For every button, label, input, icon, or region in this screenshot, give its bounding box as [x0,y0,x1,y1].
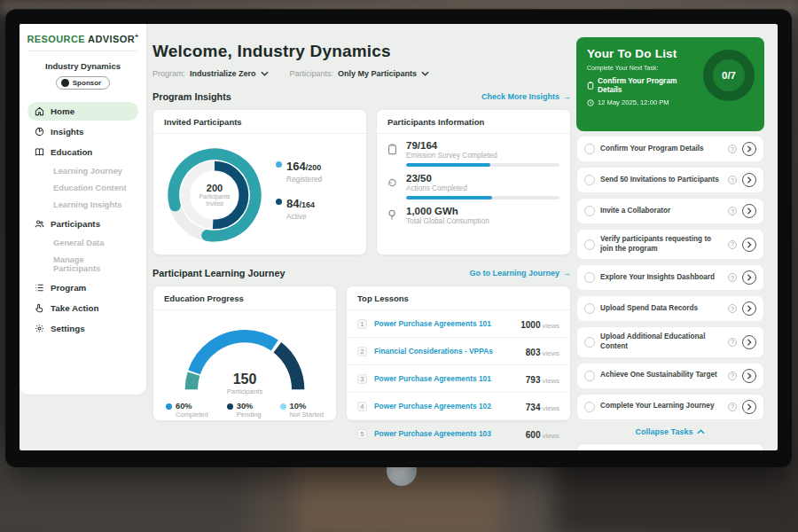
views-label: views [543,349,560,357]
info-icon[interactable]: ? [728,145,737,153]
lesson-views: 600 [526,430,541,440]
recent-news-card: Recent News [576,443,764,450]
task-row[interactable]: Complete Your Learning Journey ? [576,394,764,420]
sponsor-label: Sponsor [73,79,101,87]
sidebar-item-program[interactable]: Program [27,278,138,297]
task-checkbox[interactable] [584,402,595,412]
registered-dot-icon [276,161,282,168]
sidebar-item-learning-insights[interactable]: Learning Insights [27,197,138,213]
sidebar-item-participants[interactable]: Participants [27,215,138,233]
pending-dot-icon [227,403,233,410]
sidebar-item-insights[interactable]: Insights [27,122,138,141]
info-icon[interactable]: ? [728,338,737,347]
section-title-program-insights: Program Insights [153,91,231,102]
org-name: Industry Dynamics [20,61,146,71]
task-go-button[interactable] [742,204,756,218]
task-go-button[interactable] [742,301,756,316]
task-checkbox[interactable] [584,239,595,250]
link-label: Go to Learning Journey [469,269,559,278]
lesson-link[interactable]: Power Purchase Agreements 101 [374,374,519,383]
todo-title: Your To Do List [587,47,703,60]
education-legend: 60% Completed 30% Pending 10% Not Starte… [153,395,336,419]
task-row[interactable]: Verify participants requesting to join t… [576,229,764,260]
todo-next-task[interactable]: Confirm Your Program Details [587,76,703,94]
task-row[interactable]: Send 50 Invitations to Participants ? [576,167,764,193]
lesson-views: 1000 [520,320,540,330]
sidebar-item-general-data[interactable]: General Data [27,235,138,251]
task-label: Upload Additional Educational Content [600,332,723,351]
task-checkbox[interactable] [584,175,595,185]
info-icon[interactable]: ? [728,240,737,249]
clipboard-icon [587,82,594,90]
participants-information-card: Participants Information 79/164 Emission… [376,109,571,255]
task-go-button[interactable] [742,335,756,349]
info-row-survey: 79/164 Emission Survey Completed [387,140,559,167]
lesson-row: 5 Power Purchase Agreements 103 600views [347,420,570,447]
participants-filter[interactable]: Participants: Only My Participants [290,69,430,78]
views-label: views [543,432,560,440]
section-title-learning-journey: Participant Learning Journey [153,268,285,278]
active-value: 84 [286,197,299,210]
go-to-learning-journey-link[interactable]: Go to Learning Journey → [469,269,571,278]
info-icon[interactable]: ? [728,372,737,380]
sidebar-item-education-content[interactable]: Education Content [27,180,138,196]
completed-pct: 60% [176,402,208,411]
chevron-right-icon [747,207,752,215]
task-checkbox[interactable] [584,144,595,154]
lesson-link[interactable]: Financial Considerations - VPPAs [374,347,519,356]
task-checkbox[interactable] [584,337,595,348]
participants-filter-value: Only My Participants [338,69,417,78]
info-icon[interactable]: ? [728,176,737,184]
sidebar-item-take-action[interactable]: Take Action [27,299,138,317]
actions-icon [387,173,399,200]
todo-next-task-label: Confirm Your Program Details [598,76,703,94]
todo-counter: 0/7 [722,70,736,81]
insights-cards-row: Invited Participants 200 Participants I [153,109,571,255]
task-go-button[interactable] [742,238,756,252]
sidebar-item-education[interactable]: Education [27,143,138,161]
chevron-right-icon [747,145,752,153]
completed-label: Completed [176,411,208,419]
lesson-link[interactable]: Power Purchase Agreements 102 [374,402,519,411]
info-icon[interactable]: ? [728,304,737,313]
task-go-button[interactable] [742,142,756,156]
lesson-rank: 5 [357,429,367,439]
lesson-link[interactable]: Power Purchase Agreements 103 [374,429,519,438]
lesson-link[interactable]: Power Purchase Agreements 101 [374,319,513,328]
task-checkbox[interactable] [584,272,595,283]
sidebar-item-settings[interactable]: Settings [27,319,138,338]
task-go-button[interactable] [742,270,756,285]
task-row[interactable]: Explore Your Insights Dashboard ? [576,264,764,291]
task-go-button[interactable] [742,369,756,383]
program-filter[interactable]: Program: Industrialize Zero [153,69,269,78]
info-row-consumption: 1,000 GWh Total Global Consumption [387,206,559,229]
task-row[interactable]: Upload Additional Educational Content ? [576,326,764,357]
task-checkbox[interactable] [584,303,595,314]
donut-center-label: 200 Participants Invited [162,143,267,247]
task-checkbox[interactable] [584,206,595,216]
task-row[interactable]: Achieve One Sustainability Target ? [576,363,764,389]
info-icon[interactable]: ? [728,273,737,282]
sidebar-nav: Home Insights Education Learning Journey… [20,102,146,338]
task-go-button[interactable] [742,173,756,187]
collapse-tasks-link[interactable]: Collapse Tasks [576,427,764,436]
arrow-right-icon: → [563,92,571,101]
views-label: views [543,377,560,385]
info-icon[interactable]: ? [728,403,737,411]
sidebar-item-learning-journey[interactable]: Learning Journey [27,163,138,179]
sidebar-item-label: Participants [51,219,100,229]
task-row[interactable]: Confirm Your Program Details ? [576,136,764,162]
sidebar-item-home[interactable]: Home [27,102,138,121]
sidebar-item-manage-participants[interactable]: Manage Participants [27,252,138,277]
task-checkbox[interactable] [584,371,595,381]
task-go-button[interactable] [742,400,756,414]
task-row[interactable]: Upload Spend Data Records ? [576,295,764,322]
task-row[interactable]: Invite a Collaborator ? [576,198,764,224]
active-label: Active [286,212,315,221]
check-more-insights-link[interactable]: Check More Insights → [481,92,571,101]
education-total: 150 [174,372,316,387]
info-icon[interactable]: ? [728,207,737,215]
education-icon [35,147,44,157]
legend-item-completed: 60% Completed [166,402,208,419]
chevron-right-icon [747,372,752,379]
